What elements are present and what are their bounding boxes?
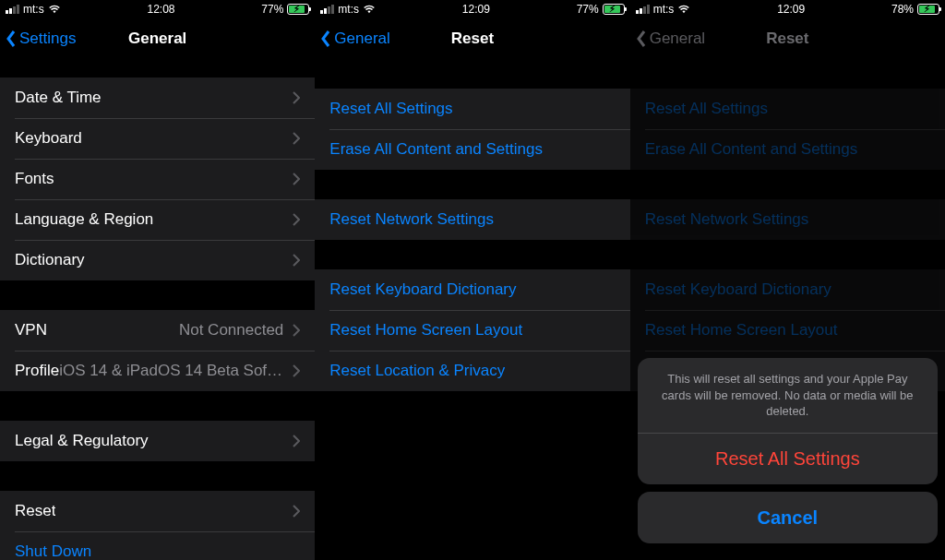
row-reset-keyboard-dictionary[interactable]: Reset Keyboard Dictionary — [315, 269, 629, 310]
row-reset-home-screen: Reset Home Screen Layout — [630, 310, 945, 351]
sheet-main-block: This will reset all settings and your Ap… — [638, 358, 938, 484]
row-label: Reset Keyboard Dictionary — [645, 280, 831, 299]
row-keyboard[interactable]: Keyboard — [0, 118, 315, 159]
group-reset-network: Reset Network Settings — [630, 199, 945, 240]
sheet-cancel-button[interactable]: Cancel — [638, 492, 938, 543]
status-time: 12:09 — [462, 3, 490, 16]
row-legal[interactable]: Legal & Regulatory — [0, 421, 315, 461]
row-erase-all: Erase All Content and Settings — [630, 129, 945, 170]
wifi-icon — [677, 5, 690, 14]
group-datetime: Date & Time Keyboard Fonts Language & Re… — [0, 77, 315, 280]
back-button[interactable]: General — [315, 30, 389, 48]
battery-percent: 77% — [261, 3, 283, 16]
battery-icon: ⚡︎ — [603, 4, 625, 15]
battery-percent: 77% — [577, 3, 599, 16]
row-value: Not Connected — [179, 321, 283, 340]
chevron-right-icon — [293, 435, 300, 447]
row-dictionary[interactable]: Dictionary — [0, 240, 315, 280]
signal-icon — [6, 5, 19, 14]
row-reset-home-screen[interactable]: Reset Home Screen Layout — [315, 310, 629, 351]
row-label: Reset All Settings — [329, 100, 452, 118]
sheet-message: This will reset all settings and your Ap… — [638, 358, 938, 433]
row-reset-all-settings[interactable]: Reset All Settings — [315, 89, 629, 129]
row-label: Reset Network Settings — [329, 210, 494, 229]
row-label: Reset Keyboard Dictionary — [329, 280, 516, 299]
status-time: 12:09 — [777, 3, 805, 16]
sheet-cancel-block: Cancel — [638, 492, 938, 543]
chevron-right-icon — [293, 505, 300, 518]
row-value: iOS 14 & iPadOS 14 Beta Softwar... — [59, 362, 283, 380]
sheet-reset-all-settings-button[interactable]: Reset All Settings — [638, 433, 938, 484]
row-reset-location-privacy[interactable]: Reset Location & Privacy — [315, 351, 629, 391]
signal-icon — [636, 5, 650, 14]
group-reset: Reset Shut Down — [0, 491, 315, 560]
group-vpn: VPN Not Connected Profile iOS 14 & iPadO… — [0, 310, 315, 391]
carrier-label: mt:s — [23, 3, 44, 16]
status-bar: mt:s 12:09 78% ⚡︎ — [630, 0, 945, 18]
group-reset-other: Reset Keyboard Dictionary Reset Home Scr… — [315, 269, 629, 391]
row-reset-keyboard-dictionary: Reset Keyboard Dictionary — [630, 269, 945, 310]
chevron-right-icon — [293, 364, 300, 377]
chevron-right-icon — [293, 132, 300, 145]
nav-bar: General Reset — [315, 18, 629, 59]
row-label: Shut Down — [15, 542, 91, 560]
chevron-left-icon — [636, 30, 647, 48]
row-reset-network: Reset Network Settings — [630, 199, 945, 240]
row-profile[interactable]: Profile iOS 14 & iPadOS 14 Beta Softwar.… — [0, 351, 315, 391]
action-sheet: This will reset all settings and your Ap… — [638, 358, 938, 551]
row-reset-network[interactable]: Reset Network Settings — [315, 199, 629, 240]
status-bar: mt:s 12:08 77% ⚡︎ — [0, 0, 315, 18]
row-label: VPN — [15, 321, 47, 340]
row-label: Erase All Content and Settings — [645, 140, 858, 159]
back-label: General — [334, 30, 389, 48]
chevron-right-icon — [293, 324, 300, 337]
nav-bar: Settings General — [0, 18, 315, 59]
chevron-right-icon — [293, 254, 300, 267]
group-reset-main: Reset All Settings Erase All Content and… — [315, 89, 629, 170]
row-fonts[interactable]: Fonts — [0, 159, 315, 199]
row-language-region[interactable]: Language & Region — [0, 199, 315, 240]
row-label: Date & Time — [15, 89, 102, 107]
screen-reset: mt:s 12:09 77% ⚡︎ General Reset Reset Al… — [315, 0, 629, 560]
carrier-label: mt:s — [653, 3, 675, 16]
row-label: Reset All Settings — [645, 100, 768, 118]
row-label: Legal & Regulatory — [15, 432, 149, 450]
back-label: General — [650, 30, 705, 48]
row-label: Keyboard — [15, 129, 82, 148]
battery-icon: ⚡︎ — [287, 4, 309, 15]
wifi-icon — [363, 5, 376, 14]
chevron-right-icon — [293, 213, 300, 226]
row-label: Erase All Content and Settings — [329, 140, 543, 159]
back-label: Settings — [19, 30, 76, 48]
back-button[interactable]: Settings — [0, 30, 76, 48]
row-label: Dictionary — [15, 251, 85, 269]
chevron-right-icon — [293, 91, 300, 104]
row-label: Reset Network Settings — [645, 210, 809, 229]
row-label: Fonts — [15, 170, 54, 188]
row-label: Language & Region — [15, 210, 153, 229]
chevron-left-icon — [6, 30, 17, 48]
row-label: Reset — [15, 502, 55, 520]
row-label: Profile — [15, 362, 59, 380]
row-shutdown[interactable]: Shut Down — [0, 531, 315, 560]
row-vpn[interactable]: VPN Not Connected — [0, 310, 315, 351]
row-label: Reset Home Screen Layout — [329, 321, 522, 340]
chevron-left-icon — [320, 30, 331, 48]
screen-general: mt:s 12:08 77% ⚡︎ Settings General Date … — [0, 0, 315, 560]
status-bar: mt:s 12:09 77% ⚡︎ — [315, 0, 629, 18]
battery-icon: ⚡︎ — [917, 4, 939, 15]
screen-reset-confirm: mt:s 12:09 78% ⚡︎ General Reset Reset Al… — [630, 0, 945, 560]
signal-icon — [320, 5, 334, 14]
group-legal: Legal & Regulatory — [0, 421, 315, 461]
chevron-right-icon — [293, 173, 300, 185]
battery-percent: 78% — [891, 3, 914, 16]
row-reset[interactable]: Reset — [0, 491, 315, 531]
carrier-label: mt:s — [338, 3, 359, 16]
back-button: General — [630, 30, 705, 48]
nav-bar: General Reset — [630, 18, 945, 59]
row-reset-all-settings: Reset All Settings — [630, 89, 945, 129]
row-erase-all[interactable]: Erase All Content and Settings — [315, 129, 629, 170]
wifi-icon — [48, 5, 61, 14]
group-reset-network: Reset Network Settings — [315, 199, 629, 240]
row-date-time[interactable]: Date & Time — [0, 77, 315, 118]
